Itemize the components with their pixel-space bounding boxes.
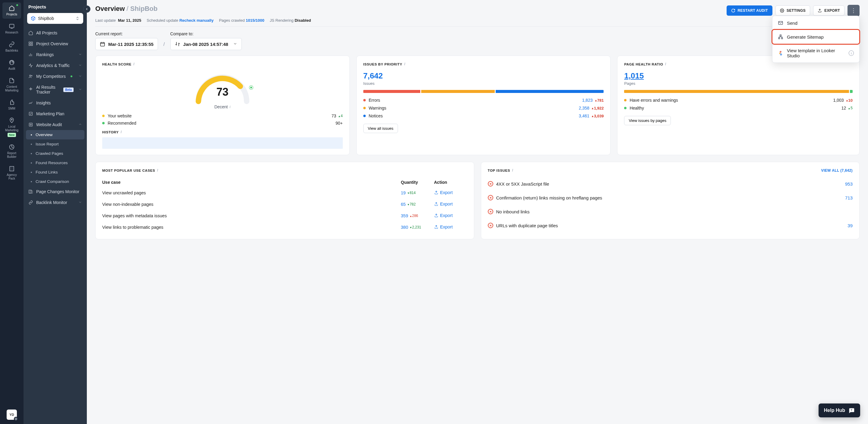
nav-backlink-monitor[interactable]: Backlink Monitor [24, 197, 87, 208]
legend-recommended: Recommended 90+ [102, 121, 343, 125]
menu-looker-studio[interactable]: View template in Looker Studio i [772, 44, 859, 62]
beta-badge: Beta [63, 87, 73, 92]
pages-crawled-link[interactable]: 1015/1000 [246, 18, 264, 23]
dots-vertical-icon: ⋮ [851, 8, 856, 13]
info-icon[interactable]: i [229, 105, 230, 109]
nav-website-audit[interactable]: Website Audit [24, 119, 87, 130]
rail-projects[interactable]: Projects [2, 2, 21, 19]
rail-backlinks[interactable]: Backlinks [2, 39, 21, 55]
sitemap-icon [778, 34, 783, 39]
crumb-project[interactable]: ShipBob [130, 5, 157, 13]
issues-total[interactable]: 7,642 [363, 71, 604, 81]
compare-report-picker[interactable]: Jan-08 2025 14:57:48 [170, 38, 242, 50]
nav-competitors[interactable]: My Competitors [24, 71, 87, 82]
nav-insights[interactable]: Insights [24, 97, 87, 108]
recheck-link[interactable]: Recheck manually [179, 18, 213, 23]
project-selector[interactable]: ShipBob [27, 13, 83, 24]
view-all-link[interactable]: VIEW ALL (7,642) [821, 168, 852, 173]
sidebar-collapse-button[interactable] [83, 5, 90, 13]
nav-project-overview[interactable]: Project Overview [24, 38, 87, 49]
chevron-down-icon [79, 200, 82, 205]
export-link[interactable]: Export [434, 225, 453, 229]
ratio-row-errors: Have errors and warnings 1,00310 [624, 98, 852, 103]
menu-send[interactable]: Send [772, 16, 859, 30]
info-icon[interactable]: i [665, 62, 666, 66]
restart-audit-button[interactable]: RESTART AUDIT [726, 5, 773, 16]
nav-all-projects[interactable]: All Projects [24, 27, 87, 38]
info-icon[interactable]: i [121, 130, 122, 134]
export-link[interactable]: Export [434, 213, 453, 218]
svg-rect-5 [29, 42, 30, 44]
history-chart[interactable] [102, 137, 343, 149]
new-badge: New [7, 133, 16, 137]
topissue-link[interactable]: Confirmation (return) links missing on h… [496, 195, 602, 200]
icon-rail: Projects Research Backlinks Audit Conten… [0, 0, 24, 424]
meta-row: Last update Mar 11, 2025 Scheduled updat… [95, 18, 860, 27]
nav-analytics[interactable]: Analytics & Traffic [24, 60, 87, 71]
nav-sub-overview[interactable]: Overview [26, 130, 85, 139]
usecase-link[interactable]: View pages with metadata issues [102, 214, 401, 218]
nav-page-changes[interactable]: Page Changes Monitor [24, 186, 87, 197]
svg-point-13 [30, 124, 31, 125]
info-icon[interactable]: i [157, 168, 159, 173]
view-issues-by-pages-button[interactable]: View issues by pages [624, 116, 671, 125]
nav-sub-links[interactable]: Found Links [24, 168, 87, 177]
info-icon[interactable]: i [404, 62, 405, 66]
info-icon[interactable]: i [133, 62, 135, 66]
svg-text:?: ? [850, 408, 852, 412]
export-link[interactable]: Export [434, 190, 453, 195]
svg-rect-11 [29, 112, 33, 116]
error-icon: ✕ [488, 209, 493, 214]
topissue-row: ✕4XX or 5XX JavaScript file 953 [488, 177, 853, 191]
svg-point-10 [31, 76, 32, 76]
view-all-issues-button[interactable]: View all issues [363, 124, 398, 133]
nav-sub-comparison[interactable]: Crawl Comparison [24, 177, 87, 186]
rail-agency[interactable]: Agency Pack [2, 163, 21, 183]
svg-point-23 [779, 53, 780, 54]
nav-sub-resources[interactable]: Found Resources [24, 158, 87, 168]
info-icon[interactable]: i [849, 50, 854, 56]
settings-button[interactable]: SETTINGS [775, 5, 810, 16]
topissue-link[interactable]: URLs with duplicate page titles [496, 223, 558, 228]
more-menu-button[interactable]: ⋮ [847, 5, 860, 16]
pin-icon [8, 117, 15, 124]
topissue-link[interactable]: No inbound links [496, 209, 530, 214]
gauge-icon [8, 59, 15, 66]
rail-research[interactable]: Research [2, 21, 21, 37]
rail-local[interactable]: Local Marketing New [2, 115, 21, 139]
link-icon [8, 41, 15, 48]
nav-rankings[interactable]: Rankings [24, 49, 87, 60]
usecase-link[interactable]: View links to problematic pages [102, 225, 401, 230]
upload-icon [434, 214, 438, 218]
export-button[interactable]: EXPORT [813, 5, 844, 16]
error-icon: ✕ [488, 223, 493, 228]
export-link[interactable]: Export [434, 202, 453, 206]
rail-audit[interactable]: Audit [2, 57, 21, 73]
col-quantity: Quantity [401, 180, 434, 185]
health-gauge: 73 [192, 71, 253, 105]
health-score-title: HEALTH SCORE [102, 62, 131, 66]
rail-report-builder[interactable]: Report Builder [2, 141, 21, 161]
usecases-title: MOST POPULAR USE CASES [102, 169, 155, 172]
updown-icon [75, 16, 80, 21]
topissue-link[interactable]: 4XX or 5XX JavaScript file [496, 181, 549, 187]
ratio-total[interactable]: 1,015 [624, 71, 852, 81]
user-avatar[interactable]: YD [7, 409, 17, 420]
rail-smm[interactable]: SMM [2, 96, 21, 113]
people-icon [28, 74, 33, 79]
nav-marketing-plan[interactable]: Marketing Plan [24, 108, 87, 119]
usecase-link[interactable]: View uncrawled pages [102, 191, 401, 195]
nav-sub-issue-report[interactable]: Issue Report [24, 139, 87, 149]
current-report-picker[interactable]: Mar-11 2025 12:35:55 [95, 38, 158, 50]
nav-sub-crawled[interactable]: Crawled Pages [24, 149, 87, 158]
nav-ai-results[interactable]: AI Results Tracker Beta [24, 82, 87, 97]
svg-rect-0 [10, 24, 14, 28]
compare-sep: / [163, 41, 165, 47]
gauge-rating: Decent [214, 105, 228, 109]
rail-content[interactable]: Content Marketing [2, 75, 21, 95]
menu-generate-sitemap[interactable]: Generate Sitemap [772, 30, 859, 44]
info-icon[interactable]: i [512, 168, 514, 173]
help-hub-button[interactable]: Help Hub ? [818, 403, 860, 417]
usecase-link[interactable]: View non-indexable pages [102, 202, 401, 207]
usecase-row: View pages with metadata issues 359286 E… [102, 210, 467, 222]
